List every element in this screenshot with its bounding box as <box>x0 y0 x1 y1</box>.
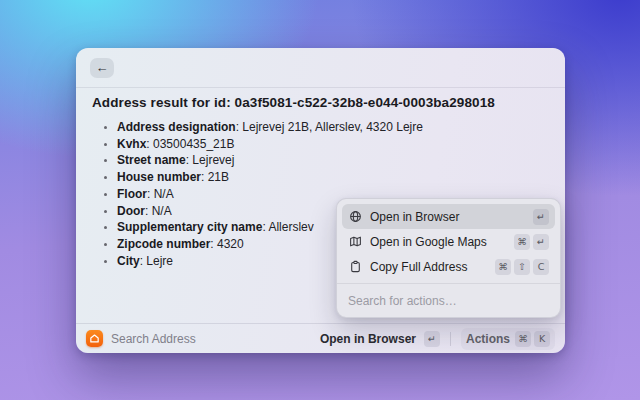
window-header: ← <box>76 48 565 88</box>
field-value: : Lejre <box>140 254 173 268</box>
action-item-label: Open in Browser <box>370 210 525 224</box>
actions-button-keys: ⌘K <box>515 331 550 347</box>
actions-button[interactable]: Actions ⌘K <box>461 328 555 350</box>
address-field-row: Address designation: Lejrevej 21B, Aller… <box>102 119 549 136</box>
primary-action-keys: ↵ <box>424 331 440 347</box>
status-bar: Search Address Open in Browser ↵ Actions… <box>76 323 565 353</box>
statusbar-divider <box>450 332 451 346</box>
field-label: City <box>117 254 140 268</box>
address-field-row: Kvhx: 03500435_21B <box>102 136 549 153</box>
keycap: K <box>534 331 550 347</box>
keycap: C <box>533 259 549 275</box>
command-name: Search Address <box>111 332 196 346</box>
field-label: Door <box>117 204 145 218</box>
field-label: Zipcode number <box>117 237 210 251</box>
keycap: ⌘ <box>495 259 511 275</box>
address-field-row: Street name: Lejrevej <box>102 152 549 169</box>
action-item-label: Copy Full Address <box>370 260 487 274</box>
field-label: Address designation <box>117 120 236 134</box>
field-value: : N/A <box>147 187 174 201</box>
field-value: : N/A <box>145 204 172 218</box>
actions-button-label: Actions <box>466 332 510 346</box>
keycap: ⇧ <box>514 259 530 275</box>
field-value: : 4320 <box>210 237 243 251</box>
action-item-keys: ⌘↵ <box>514 234 549 250</box>
field-value: : Allerslev <box>262 220 313 234</box>
keycap: ⌘ <box>514 234 530 250</box>
field-value: : 21B <box>201 170 229 184</box>
home-icon <box>86 330 103 347</box>
action-item[interactable]: Open in Browser↵ <box>342 204 555 229</box>
actions-popup-list: Open in Browser↵Open in Google Maps⌘↵Cop… <box>342 204 555 279</box>
action-item-label: Open in Google Maps <box>370 235 506 249</box>
primary-action-label[interactable]: Open in Browser <box>320 332 416 346</box>
field-label: House number <box>117 170 201 184</box>
field-value: : Lejrevej 21B, Allerslev, 4320 Lejre <box>236 120 423 134</box>
globe-icon <box>348 210 362 224</box>
actions-popup: Open in Browser↵Open in Google Maps⌘↵Cop… <box>336 198 561 318</box>
field-label: Kvhx <box>117 137 146 151</box>
keycap: ⌘ <box>515 331 531 347</box>
action-item-keys: ↵ <box>533 209 549 225</box>
field-value: : Lejrevej <box>186 153 235 167</box>
launcher-window: ← Address result for id: 0a3f5081-c522-3… <box>76 48 565 353</box>
action-item-keys: ⌘⇧C <box>495 259 549 275</box>
clipboard-icon <box>348 260 362 274</box>
map-icon <box>348 235 362 249</box>
back-button[interactable]: ← <box>90 58 114 78</box>
address-field-row: House number: 21B <box>102 169 549 186</box>
field-label: Floor <box>117 187 147 201</box>
action-item[interactable]: Copy Full Address⌘⇧C <box>342 254 555 279</box>
action-item[interactable]: Open in Google Maps⌘↵ <box>342 229 555 254</box>
field-label: Supplementary city name <box>117 220 262 234</box>
field-value: : 03500435_21B <box>146 137 234 151</box>
field-label: Street name <box>117 153 186 167</box>
keycap: ↵ <box>533 209 549 225</box>
actions-search-wrap <box>337 283 560 317</box>
page-title: Address result for id: 0a3f5081-c522-32b… <box>92 95 549 110</box>
actions-search-input[interactable] <box>348 294 549 308</box>
keycap: ↵ <box>533 234 549 250</box>
keycap: ↵ <box>424 331 440 347</box>
